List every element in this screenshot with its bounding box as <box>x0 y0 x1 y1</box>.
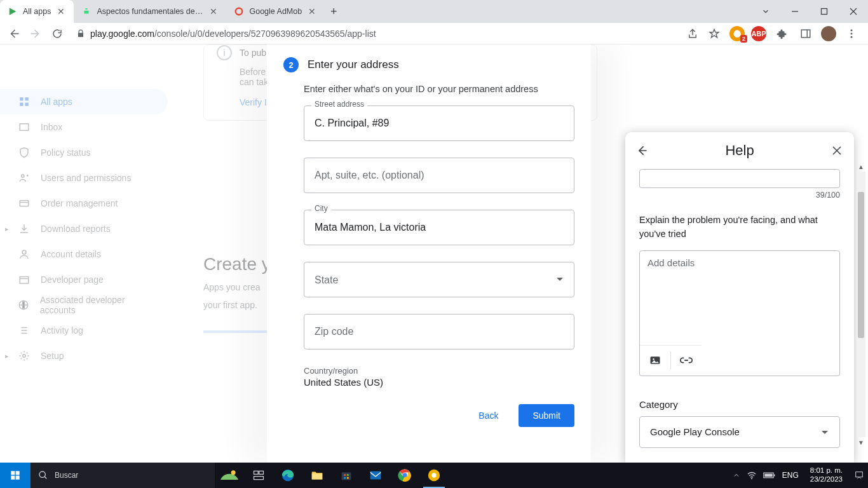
notifications-icon[interactable] <box>854 470 864 480</box>
nav-reload-button[interactable] <box>48 25 66 43</box>
extension-icon[interactable]: ⬤2 <box>729 26 745 41</box>
windows-taskbar: Buscar ENG 8:01 p. m. 23/2/2023 <box>0 463 868 488</box>
svg-point-40 <box>431 473 436 477</box>
window-close-button[interactable] <box>839 0 868 23</box>
browser-tab-active[interactable]: All apps ✕ <box>0 0 74 23</box>
browser-tabstrip: All apps ✕ Aspectos fundamentales de la … <box>0 0 868 23</box>
help-details-textarea[interactable]: Add details <box>639 250 840 376</box>
start-button[interactable] <box>0 463 31 488</box>
new-tab-button[interactable]: + <box>325 0 342 23</box>
close-icon[interactable]: ✕ <box>56 6 66 17</box>
url-text: play.google.com/console/u/0/developers/5… <box>90 29 376 39</box>
admob-favicon <box>234 6 244 17</box>
share-icon[interactable] <box>684 25 702 43</box>
search-icon <box>38 470 48 480</box>
chrome-taskbar-icon[interactable] <box>390 463 419 488</box>
tab-title: All apps <box>23 7 51 16</box>
svg-rect-44 <box>764 474 772 477</box>
svg-point-5 <box>851 36 853 37</box>
task-view-icon[interactable] <box>244 463 273 488</box>
attach-link-icon[interactable] <box>671 345 702 376</box>
scroll-down-arrow[interactable]: ▼ <box>857 437 865 447</box>
help-topic-box[interactable] <box>639 169 840 188</box>
tray-overflow-icon[interactable] <box>733 471 740 479</box>
page-scrollbar[interactable]: ▲ ▼ <box>857 172 865 437</box>
account-chevron-icon[interactable] <box>751 0 780 23</box>
apt-input[interactable] <box>304 158 574 193</box>
zip-input[interactable] <box>304 314 574 349</box>
scroll-thumb[interactable] <box>858 192 864 338</box>
tab-title: Google AdMob <box>249 7 302 16</box>
weather-widget[interactable] <box>215 463 244 488</box>
nav-back-button[interactable] <box>5 25 23 43</box>
help-close-button[interactable] <box>829 142 845 159</box>
close-icon[interactable]: ✕ <box>307 6 317 17</box>
svg-point-3 <box>851 29 853 31</box>
taskbar-time: 8:01 p. m. <box>810 466 843 475</box>
street-address-field: Street address <box>304 105 574 141</box>
char-counter: 39/100 <box>639 191 840 200</box>
submit-button[interactable]: Submit <box>519 404 574 427</box>
chrome-canary-icon[interactable] <box>419 463 449 488</box>
sidepanel-icon[interactable] <box>797 25 815 43</box>
svg-point-18 <box>653 358 654 360</box>
file-explorer-icon[interactable] <box>302 463 332 488</box>
state-field: State <box>304 262 574 297</box>
help-category-label: Category <box>639 399 840 410</box>
svg-point-24 <box>231 470 236 475</box>
taskbar-clock[interactable]: 8:01 p. m. 23/2/2023 <box>805 466 848 484</box>
window-maximize-button[interactable] <box>810 0 839 23</box>
close-icon[interactable]: ✕ <box>208 6 219 17</box>
battery-icon[interactable] <box>763 471 776 479</box>
help-panel: Help 39/100 Explain the problem you're f… <box>625 132 854 463</box>
svg-rect-25 <box>254 471 259 474</box>
mail-icon[interactable] <box>361 463 390 488</box>
city-field: City <box>304 210 574 245</box>
svg-rect-21 <box>11 476 15 480</box>
window-minimize-button[interactable] <box>780 0 810 23</box>
svg-rect-33 <box>344 477 346 479</box>
tab-title: Aspectos fundamentales de la ap <box>97 7 203 16</box>
svg-point-0 <box>236 8 243 15</box>
chrome-menu-icon[interactable] <box>843 25 860 43</box>
browser-tab[interactable]: Google AdMob ✕ <box>226 0 325 23</box>
scroll-up-arrow[interactable]: ▲ <box>857 161 865 172</box>
language-indicator[interactable]: ENG <box>782 471 799 480</box>
abp-extension-icon[interactable]: ABP <box>751 26 766 41</box>
extensions-puzzle-icon[interactable] <box>773 25 790 43</box>
help-category-value: Google Play Console <box>650 426 740 437</box>
street-address-input[interactable] <box>304 105 574 141</box>
profile-avatar[interactable] <box>821 26 836 41</box>
bookmark-star-icon[interactable] <box>705 25 723 43</box>
lock-icon <box>76 29 85 38</box>
back-button[interactable]: Back <box>470 404 507 427</box>
play-console-favicon <box>8 6 18 17</box>
edge-icon[interactable] <box>273 463 302 488</box>
svg-rect-29 <box>312 473 323 479</box>
svg-rect-32 <box>347 474 349 476</box>
ms-store-icon[interactable] <box>332 463 361 488</box>
wifi-icon[interactable] <box>747 470 757 480</box>
address-bar[interactable]: play.google.com/console/u/0/developers/5… <box>70 25 680 43</box>
svg-rect-26 <box>259 471 264 474</box>
step-description: Enter either what's on your ID or your p… <box>304 84 574 94</box>
browser-toolbar: play.google.com/console/u/0/developers/5… <box>0 23 868 44</box>
help-back-button[interactable] <box>634 142 651 159</box>
nav-forward-button[interactable] <box>27 25 44 43</box>
svg-rect-1 <box>822 9 827 15</box>
svg-rect-20 <box>16 471 20 475</box>
zip-field <box>304 314 574 349</box>
attach-image-icon[interactable] <box>640 345 670 376</box>
svg-rect-19 <box>11 471 15 475</box>
city-input[interactable] <box>304 210 574 245</box>
system-tray: ENG 8:01 p. m. 23/2/2023 <box>729 466 868 484</box>
taskbar-search[interactable]: Buscar <box>31 463 215 488</box>
taskbar-search-placeholder: Buscar <box>55 471 78 480</box>
svg-rect-43 <box>774 474 775 476</box>
svg-rect-34 <box>347 477 349 479</box>
browser-tab[interactable]: Aspectos fundamentales de la ap ✕ <box>74 0 226 23</box>
help-category-select[interactable]: Google Play Console <box>639 416 840 448</box>
page-content: i To pub Before can tak Verify I All app… <box>0 44 868 463</box>
state-select[interactable]: State <box>304 262 574 297</box>
help-explain-label: Explain the problem you're facing, and w… <box>639 214 840 241</box>
